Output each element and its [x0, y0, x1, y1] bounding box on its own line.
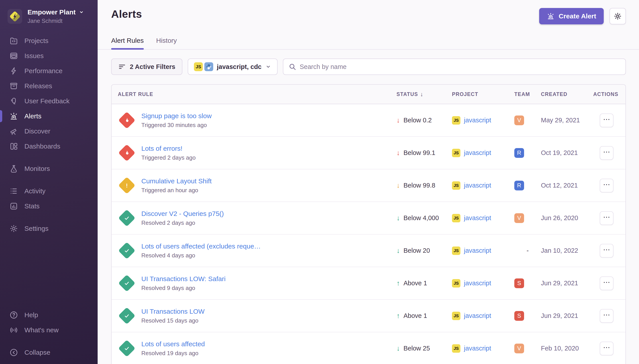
row-actions-button[interactable]: ⋯ [600, 342, 613, 355]
alert-rule-link[interactable]: Lots of users affected [141, 340, 205, 348]
project-link[interactable]: javascript [464, 280, 491, 287]
trend-arrow-icon: ↓ [397, 116, 400, 124]
sidebar-item-performance[interactable]: Performance [0, 64, 98, 78]
javascript-icon: JS [452, 149, 460, 157]
sort-descending-icon: ↓ [420, 91, 423, 98]
alert-rule-link[interactable]: UI Transactions LOW: Safari [141, 275, 226, 283]
status-cell: ↓ Below 25 [397, 344, 452, 352]
row-actions-button[interactable]: ⋯ [600, 114, 613, 127]
javascript-icon: JS [452, 246, 460, 255]
project-link[interactable]: javascript [464, 116, 491, 124]
sidebar-item-monitors[interactable]: Monitors [0, 161, 98, 176]
project-link[interactable]: javascript [464, 182, 491, 189]
sidebar-item-user-feedback[interactable]: User Feedback [0, 94, 98, 108]
sidebar-item-label: Alerts [25, 112, 42, 120]
created-cell: Jun 29, 2021 [541, 280, 590, 287]
search-box [283, 58, 626, 75]
javascript-icon: JS [452, 116, 460, 124]
sidebar-item-settings[interactable]: Settings [0, 221, 98, 236]
sidebar-item-alerts[interactable]: Alerts [0, 108, 98, 124]
status-value: Above 1 [404, 312, 427, 320]
status-value: Below 25 [404, 345, 430, 352]
siren-icon [9, 112, 18, 120]
team-badge: S [514, 311, 524, 321]
sidebar-item-projects[interactable]: Projects [0, 33, 98, 48]
filter-row: 2 Active Filters JS javascript, cdc [111, 58, 626, 75]
sidebar-item-whats-new[interactable]: What's new [0, 322, 98, 338]
trend-arrow-icon: ↓ [397, 247, 400, 255]
releases-icon [9, 82, 18, 90]
status-cell: ↓ Below 99.8 [397, 182, 452, 190]
sidebar-item-stats[interactable]: Stats [0, 199, 98, 214]
chevron-down-icon [265, 64, 271, 70]
created-cell: Oct 19, 2021 [541, 149, 590, 156]
alert-rule-link[interactable]: Lots of errors! [141, 145, 196, 152]
table-row: Signup page is too slow Triggered 30 min… [112, 104, 625, 137]
project-cell: JS javascript [452, 279, 514, 288]
sidebar-item-releases[interactable]: Releases [0, 78, 98, 94]
user-feedback-icon [9, 97, 18, 106]
sidebar-item-issues[interactable]: Issues [0, 48, 98, 64]
row-actions-button[interactable]: ⋯ [600, 309, 613, 323]
create-alert-button[interactable]: Create Alert [539, 8, 604, 24]
tab-alert-rules[interactable]: Alert Rules [111, 37, 144, 49]
status-value: Below 20 [404, 247, 430, 254]
status-value: Below 99.1 [404, 149, 436, 156]
alert-rule-subtitle: Resolved 2 days ago [141, 220, 224, 226]
alert-rule-link[interactable]: Lots of users affected (excludes reque… [141, 242, 261, 250]
alert-rule-subtitle: Resolved 15 days ago [141, 317, 205, 324]
sidebar-item-label: Issues [25, 52, 44, 60]
status-cell: ↓ Below 0.2 [397, 116, 452, 124]
row-actions-button[interactable]: ⋯ [600, 146, 613, 160]
sidebar-item-label: Dashboards [25, 142, 60, 150]
project-link[interactable]: javascript [464, 214, 491, 222]
project-link[interactable]: javascript [464, 345, 491, 352]
javascript-icon: JS [452, 312, 460, 320]
sidebar-item-label: Settings [25, 225, 48, 232]
project-filter-dropdown[interactable]: JS javascript, cdc [188, 58, 277, 75]
trend-arrow-icon: ↓ [397, 344, 400, 352]
collapse-icon [9, 348, 18, 357]
create-alert-label: Create Alert [559, 12, 596, 20]
empower-plant-logo-icon [9, 10, 21, 23]
row-actions-button[interactable]: ⋯ [600, 179, 613, 192]
alert-rule-link[interactable]: UI Transactions LOW [141, 308, 205, 315]
settings-button[interactable] [609, 8, 626, 24]
sidebar-item-collapse[interactable]: Collapse [0, 345, 98, 360]
alert-rule-subtitle: Triggered 30 minutes ago [141, 122, 212, 128]
sidebar-item-label: Releases [25, 82, 52, 90]
status-cell: ↓ Below 4,000 [397, 214, 452, 222]
table-row: Lots of users affected Resolved 19 days … [112, 332, 625, 364]
project-link[interactable]: javascript [464, 247, 491, 254]
row-actions-button[interactable]: ⋯ [600, 276, 613, 290]
row-actions-button[interactable]: ⋯ [600, 211, 613, 225]
search-input[interactable] [300, 63, 620, 70]
project-link[interactable]: javascript [464, 149, 491, 156]
column-header-status[interactable]: Status ↓ [397, 91, 452, 98]
alert-status-icon [118, 144, 135, 162]
sidebar-item-activity[interactable]: Activity [0, 184, 98, 199]
sidebar-item-label: Activity [25, 187, 46, 195]
alert-rule-link[interactable]: Signup page is too slow [141, 112, 212, 120]
team-badge: V [514, 213, 524, 223]
javascript-icon: JS [452, 344, 460, 353]
status-value: Below 4,000 [404, 214, 439, 222]
alert-rule-link[interactable]: Cumulative Layout Shift [141, 177, 212, 185]
sidebar-item-label: Stats [25, 202, 40, 210]
row-actions-button[interactable]: ⋯ [600, 244, 613, 258]
active-filters-button[interactable]: 2 Active Filters [111, 58, 182, 75]
status-cell: ↑ Above 1 [397, 279, 452, 287]
project-link[interactable]: javascript [464, 312, 491, 320]
team-cell: V [514, 344, 541, 353]
tab-history[interactable]: History [156, 37, 177, 49]
status-cell: ↑ Above 1 [397, 312, 452, 320]
org-switcher[interactable]: Empower Plant Jane Schmidt [0, 0, 98, 24]
sidebar-item-label: Monitors [25, 165, 50, 172]
sidebar-item-help[interactable]: Help [0, 308, 98, 322]
sidebar-item-discover[interactable]: Discover [0, 124, 98, 139]
alert-rule-link[interactable]: Discover V2 - Queries p75() [141, 210, 224, 218]
team-badge: V [514, 344, 524, 353]
project-cell: JS javascript [452, 312, 514, 320]
alerts-table: Alert Rule Status ↓ Project Team Created… [111, 84, 626, 364]
sidebar-item-dashboards[interactable]: Dashboards [0, 139, 98, 154]
